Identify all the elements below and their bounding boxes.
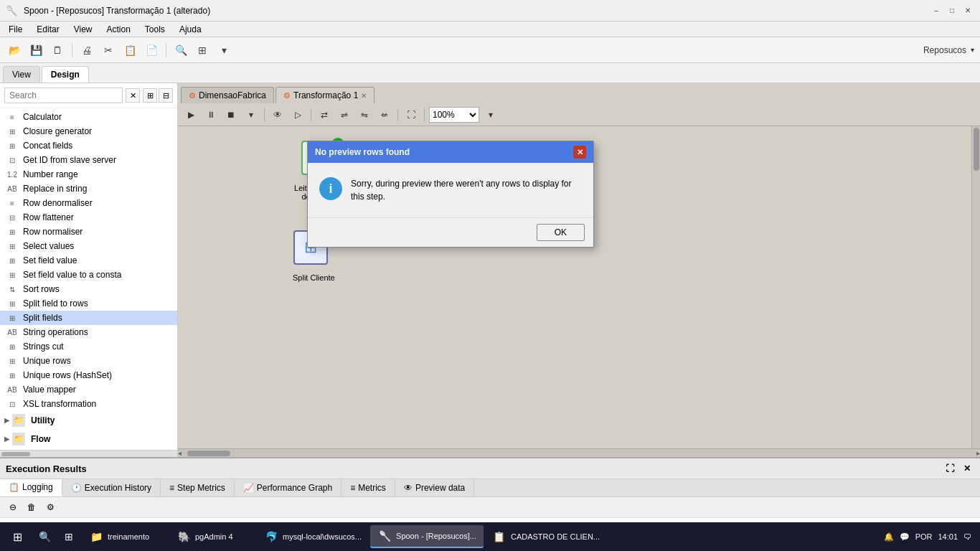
sidebar-group-utility[interactable]: ▶ 📁 Utility [0, 411, 177, 430]
h-scroll-left[interactable]: ◂ [178, 449, 182, 457]
close-btn[interactable]: ✕ [961, 5, 974, 17]
doc-tab-transformacao-close[interactable]: ✕ [361, 92, 367, 100]
run-btn[interactable]: ▶ [182, 107, 199, 123]
doc-tab-transformacao[interactable]: ⚙ Transformação 1 ✕ [275, 87, 374, 103]
dialog-ok-btn[interactable]: OK [537, 224, 585, 241]
tab-logging-label: Logging [22, 482, 53, 492]
sidebar-item-split-fields[interactable]: ⊞ Split fields [0, 311, 177, 325]
zoom-select[interactable]: 50% 75% 100% 125% 150% 200% [429, 107, 479, 123]
zoom-dropdown[interactable]: ▾ [482, 107, 499, 123]
toolbar-print[interactable]: 🖨 [78, 42, 95, 59]
taskbar-cadastro[interactable]: 📋 CADASTRO DE CLIEN... [485, 525, 607, 548]
hop1-btn[interactable]: ⇄ [316, 107, 333, 123]
sidebar-item-row-flattener[interactable]: ⊟ Row flattener [0, 210, 177, 225]
sidebar-item-replace-in-string[interactable]: AB Replace in string [0, 182, 177, 196]
exec-pause-btn[interactable]: ⊖ [6, 500, 20, 514]
toolbar-new[interactable]: 🗒 [49, 42, 66, 59]
sidebar-item-unique-rows-(hashset)[interactable]: ⊞ Unique rows (HashSet) [0, 368, 177, 382]
doc-tab-dimensao[interactable]: ⚙ DimensaoFabrica [181, 87, 274, 103]
close-panel-btn[interactable]: ✕ [960, 461, 974, 476]
toolbar-search[interactable]: 🔍 [172, 42, 189, 59]
menu-editar[interactable]: Editar [31, 23, 65, 36]
expand-btn[interactable]: ⛶ [943, 461, 957, 476]
menu-file[interactable]: File [3, 23, 28, 36]
sidebar-item-number-range[interactable]: 1.2 Number range [0, 167, 177, 182]
canvas-v-scrollbar-thumb[interactable] [974, 128, 979, 171]
toolbar-dropdown[interactable]: ▾ [215, 42, 232, 59]
repo-dropdown[interactable]: ▾ [971, 46, 974, 54]
sidebar-item-set-field-value[interactable]: ⊞ Set field value [0, 253, 177, 268]
sidebar-item-split-field-to-rows[interactable]: ⊞ Split field to rows [0, 296, 177, 311]
sidebar-item-xsl-transformation[interactable]: ⊡ XSL transformation [0, 397, 177, 411]
toolbar-copy[interactable]: 📋 [121, 42, 138, 59]
sidebar-item-calculator[interactable]: ≡ Calculator [0, 110, 177, 124]
stop-btn[interactable]: ⏹ [222, 107, 240, 123]
sidebar-item-set-field-value-to-a-consta[interactable]: ⊞ Set field value to a consta [0, 268, 177, 282]
dialog-close-btn[interactable]: ✕ [573, 146, 586, 159]
canvas-h-scrollbar-thumb[interactable] [187, 451, 230, 456]
taskbar-pgadmin[interactable]: 🐘 pgAdmin 4 [169, 525, 255, 548]
canvas-v-scrollbar[interactable] [971, 126, 980, 448]
sidebar-item-sort-rows[interactable]: ⇅ Sort rows [0, 282, 177, 296]
maximize-btn[interactable]: ⛶ [402, 107, 420, 123]
stop-dropdown[interactable]: ▾ [242, 107, 260, 123]
run-preview-btn[interactable]: ▷ [289, 107, 306, 123]
minimize-btn[interactable]: – [930, 5, 943, 17]
search-collapse-btn[interactable]: ⊟ [159, 88, 173, 103]
sidebar-item-row-normaliser[interactable]: ⊞ Row normaliser [0, 225, 177, 239]
hop4-btn[interactable]: ⇍ [376, 107, 393, 123]
sidebar-item-strings-cut[interactable]: ⊞ Strings cut [0, 339, 177, 354]
taskbar-msg-icon[interactable]: 💬 [900, 532, 910, 542]
toolbar-cut[interactable]: ✂ [100, 42, 117, 59]
search-expand-btn[interactable]: ⊞ [143, 88, 157, 103]
toolbar-layers[interactable]: ⊞ [194, 42, 211, 59]
toolbar-open[interactable]: 📂 [6, 42, 23, 59]
tab-exec-history[interactable]: 🕐 Execution History [62, 479, 161, 496]
search-input[interactable] [4, 88, 123, 103]
hop2-btn[interactable]: ⇌ [336, 107, 353, 123]
sidebar-item-concat-fields[interactable]: ⊞ Concat fields [0, 138, 177, 153]
tab-logging[interactable]: 📋 Logging [0, 479, 62, 496]
sidebar-h-scrollbar[interactable] [0, 450, 177, 457]
taskbar-mysql[interactable]: 🐬 mysql-local\dwsucos... [257, 525, 369, 548]
exec-clear-btn[interactable]: 🗑 [24, 500, 39, 514]
toolbar-paste[interactable]: 📄 [143, 42, 160, 59]
tab-step-metrics[interactable]: ≡ Step Metrics [161, 479, 235, 496]
pause-btn[interactable]: ⏸ [202, 107, 220, 123]
sidebar-item-row-denormaliser[interactable]: ≡ Row denormaliser [0, 196, 177, 210]
menu-ajuda[interactable]: Ajuda [174, 23, 207, 36]
sidebar-h-scrollbar-thumb[interactable] [1, 452, 30, 456]
tab-design[interactable]: Design [42, 66, 89, 83]
preview-btn[interactable]: 👁 [269, 107, 286, 123]
sidebar-item-value-mapper[interactable]: AB Value mapper [0, 382, 177, 397]
tab-metrics[interactable]: ≡ Metrics [341, 479, 395, 496]
sidebar-item-icon: ≡ [6, 198, 19, 208]
sidebar-item-string-operations[interactable]: AB String operations [0, 325, 177, 339]
tab-view[interactable]: View [3, 66, 40, 83]
start-button[interactable]: ⊞ [3, 524, 32, 550]
menu-tools[interactable]: Tools [139, 23, 171, 36]
tab-preview-data[interactable]: 👁 Preview data [395, 479, 474, 496]
sidebar-item-get-id-from-slave-server[interactable]: ⊡ Get ID from slave server [0, 153, 177, 167]
sidebar-item-select-values[interactable]: ⊞ Select values [0, 239, 177, 253]
sidebar-item-unique-rows[interactable]: ⊞ Unique rows [0, 354, 177, 368]
menu-bar: File Editar View Action Tools Ajuda [0, 22, 980, 37]
taskbar-search-btn[interactable]: 🔍 [33, 525, 56, 548]
taskbar-notify-icon[interactable]: 🔔 [884, 532, 894, 542]
search-clear-btn[interactable]: ✕ [126, 88, 140, 103]
menu-action[interactable]: Action [101, 23, 136, 36]
exec-settings-btn[interactable]: ⚙ [43, 500, 57, 514]
h-scroll-right[interactable]: ▸ [976, 449, 980, 457]
hop3-btn[interactable]: ⇋ [356, 107, 373, 123]
restore-btn[interactable]: □ [946, 5, 958, 17]
sidebar-group-flow[interactable]: ▶ 📁 Flow [0, 430, 177, 448]
menu-view[interactable]: View [68, 23, 98, 36]
taskbar-treinamento[interactable]: 📁 treinamento [82, 525, 168, 548]
tab-perf-graph[interactable]: 📈 Performance Graph [235, 479, 341, 496]
canvas-h-scrollbar[interactable]: ◂ ▸ [178, 448, 980, 457]
taskbar-notif-btn[interactable]: 🗨 [963, 532, 971, 541]
taskbar-widgets-btn[interactable]: ⊞ [57, 525, 80, 548]
taskbar-spoon[interactable]: 🥄 Spoon - [Reposucos]... [370, 525, 484, 548]
toolbar-save[interactable]: 💾 [27, 42, 44, 59]
sidebar-item-closure-generator[interactable]: ⊞ Closure generator [0, 124, 177, 138]
